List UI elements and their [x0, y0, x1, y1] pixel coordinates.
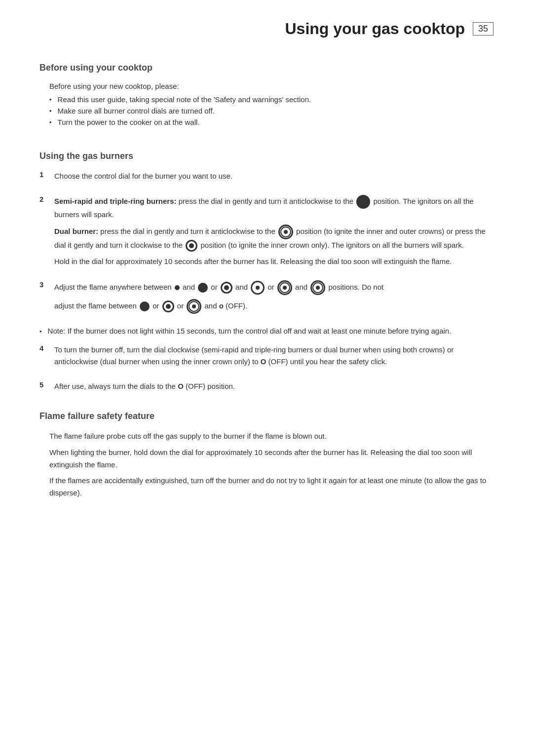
item-number-2: 2 — [39, 195, 54, 203]
item-content-1: Choose the control dial for the burner y… — [54, 170, 494, 186]
circle-dot-outer-icon-1 — [251, 281, 265, 295]
flame-para-1: The flame failure probe cuts off the gas… — [49, 430, 494, 443]
list-item: Turn the power to the cooker on at the w… — [49, 118, 494, 126]
note-bullet: Note: If the burner does not light withi… — [39, 327, 494, 335]
burners-section: Using the gas burners 1 Choose the contr… — [39, 151, 494, 396]
item-number-3: 3 — [39, 280, 54, 289]
flame-para-2: When lighting the burner, hold down the … — [49, 447, 494, 471]
numbered-item-2: 2 Semi-rapid and triple-ring burners: pr… — [39, 195, 494, 271]
item2-para1: Semi-rapid and triple-ring burners: pres… — [54, 195, 494, 221]
item-content-4: To turn the burner off, turn the dial cl… — [54, 344, 494, 372]
semi-rapid-label: Semi-rapid and triple-ring burners: — [54, 197, 177, 205]
small-dot-icon-1 — [175, 285, 180, 290]
numbered-item-5: 5 After use, always turn the dials to th… — [39, 380, 494, 396]
item-number-4: 4 — [39, 344, 54, 352]
circle-dot-icon-1 — [186, 240, 197, 252]
numbered-item-3: 3 Adjust the flame anywhere between and … — [39, 280, 494, 318]
before-heading: Before using your cooktop — [39, 63, 494, 73]
flame-heading: Flame failure safety feature — [39, 411, 494, 421]
circle-dot-icon-2 — [221, 282, 232, 294]
list-item: Read this user guide, taking special not… — [49, 95, 494, 104]
numbered-item-1: 1 Choose the control dial for the burner… — [39, 170, 494, 186]
item3-line2: adjust the flame between or or and o (OF… — [54, 299, 494, 314]
large-dot-icon-1 — [198, 283, 208, 293]
item-number-1: 1 — [39, 170, 54, 179]
before-bullet-list: Read this user guide, taking special not… — [49, 95, 494, 126]
item2-para2: Dual burner: press the dial in gently an… — [54, 225, 494, 252]
page: Using your gas cooktop 35 Before using y… — [0, 0, 533, 756]
dual-burner-label: Dual burner: — [54, 227, 98, 235]
list-item: Make sure all burner control dials are t… — [49, 107, 494, 115]
item5-text: After use, always turn the dials to the … — [54, 380, 494, 392]
off-label-5: O — [178, 382, 184, 390]
flame-section: Flame failure safety feature The flame f… — [39, 411, 494, 499]
bullseye-icon-4 — [187, 299, 201, 314]
large-dot-icon-2 — [140, 302, 150, 311]
off-label-4: O — [261, 357, 266, 366]
item-content-5: After use, always turn the dials to the … — [54, 380, 494, 396]
burners-heading: Using the gas burners — [39, 151, 494, 161]
circle-dot-icon-3 — [162, 301, 174, 312]
page-title: Using your gas cooktop — [285, 20, 464, 38]
bullseye-icon-2 — [277, 280, 292, 295]
page-header: Using your gas cooktop 35 — [39, 20, 494, 38]
item-content-2: Semi-rapid and triple-ring burners: pres… — [54, 195, 494, 271]
bullseye-icon-1 — [278, 225, 293, 239]
item3-line1: Adjust the flame anywhere between and or… — [54, 280, 494, 295]
off-label: o — [219, 302, 224, 310]
bullseye-icon-3 — [310, 280, 325, 295]
flame-para-3: If the flames are accidentally extinguis… — [49, 475, 494, 499]
item2-para3: Hold in the dial for approximately 10 se… — [54, 256, 494, 267]
page-number: 35 — [473, 22, 494, 36]
item4-text: To turn the burner off, turn the dial cl… — [54, 344, 494, 368]
item-number-5: 5 — [39, 380, 54, 389]
before-section: Before using your cooktop Before using y… — [39, 63, 494, 126]
large-fill-icon — [356, 195, 370, 209]
numbered-item-4: 4 To turn the burner off, turn the dial … — [39, 344, 494, 372]
item-content-3: Adjust the flame anywhere between and or… — [54, 280, 494, 318]
before-intro: Before using your new cooktop, please: — [49, 82, 494, 90]
